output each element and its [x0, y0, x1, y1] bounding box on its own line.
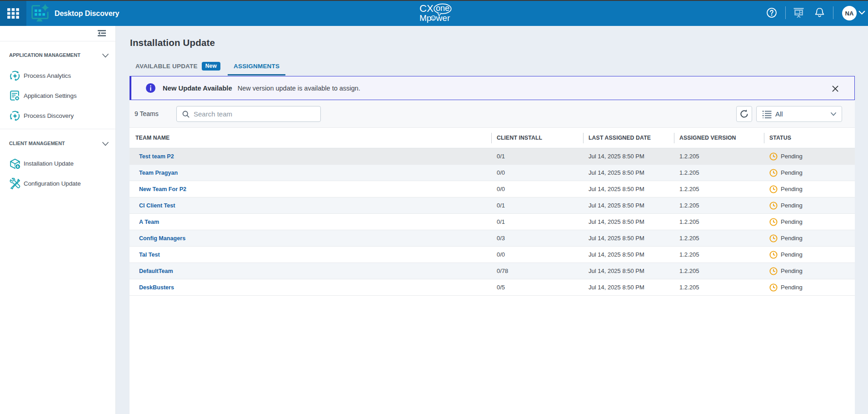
section-chevron-down-icon[interactable]	[101, 51, 110, 60]
tabs: AVAILABLE UPDATE New ASSIGNMENTS	[130, 58, 285, 75]
table-row[interactable]: Test team P2 0/1 Jul 14, 2025 8:50 PM 1.…	[130, 148, 855, 165]
cell-client-install: 0/1	[491, 197, 583, 213]
cell-client-install: 0/1	[491, 214, 583, 230]
cell-status: Pending	[764, 165, 855, 181]
cell-last-assigned-date: Jul 14, 2025 8:50 PM	[583, 197, 674, 213]
section-chevron-down-icon[interactable]	[101, 139, 110, 148]
installation-update-icon	[9, 158, 21, 170]
refresh-button[interactable]	[736, 106, 752, 122]
column-header-client-install[interactable]: CLIENT INSTALL	[491, 128, 583, 148]
cell-assigned-version: 1.2.205	[674, 165, 764, 181]
topbar-divider	[833, 6, 833, 19]
logo-one-text: one	[436, 4, 449, 13]
sidebar-divider	[0, 41, 115, 41]
cell-client-install: 0/1	[491, 148, 583, 164]
status-label: Pending	[781, 186, 803, 192]
search-input[interactable]	[194, 107, 316, 121]
pending-clock-icon	[769, 234, 778, 242]
process-analytics-icon	[9, 70, 21, 82]
presentation-icon	[793, 8, 804, 18]
sidebar-item-label: Application Settings	[24, 86, 77, 106]
cell-assigned-version: 1.2.205	[674, 148, 764, 164]
cell-team-name[interactable]: Test team P2	[130, 148, 491, 164]
cell-team-name[interactable]: CI Client Test	[130, 197, 491, 213]
cell-team-name[interactable]: Config Managers	[130, 230, 491, 246]
desktop-discovery-app-icon	[31, 3, 49, 22]
cell-team-name[interactable]: Team Pragyan	[130, 165, 491, 181]
cell-last-assigned-date: Jul 14, 2025 8:50 PM	[583, 181, 674, 197]
table-body: Test team P2 0/1 Jul 14, 2025 8:50 PM 1.…	[130, 148, 855, 296]
column-header-team-name[interactable]: TEAM NAME	[130, 128, 491, 148]
sidebar-collapse-icon[interactable]	[97, 30, 106, 37]
cell-status: Pending	[764, 279, 855, 295]
pending-clock-icon	[769, 218, 778, 226]
cxone-mpower-logo: CX one Mp wer	[418, 3, 454, 24]
cell-team-name[interactable]: DeskBusters	[130, 279, 491, 295]
pending-clock-icon	[769, 185, 778, 193]
cell-last-assigned-date: Jul 14, 2025 8:50 PM	[583, 263, 674, 279]
page-title: Installation Update	[130, 38, 215, 47]
search-box	[176, 106, 321, 122]
filter-dropdown[interactable]: All	[756, 106, 842, 122]
cell-assigned-version: 1.2.205	[674, 230, 764, 246]
sidebar-divider	[0, 129, 115, 129]
table-row[interactable]: CI Client Test 0/1 Jul 14, 2025 8:50 PM …	[130, 197, 855, 214]
topbar-divider	[785, 6, 786, 19]
cell-team-name[interactable]: DefaultTeam	[130, 263, 491, 279]
table-row[interactable]: DefaultTeam 0/78 Jul 14, 2025 8:50 PM 1.…	[130, 263, 855, 279]
column-header-assigned-version[interactable]: ASSIGNED VERSION	[674, 128, 764, 148]
table-row[interactable]: DeskBusters 0/5 Jul 14, 2025 8:50 PM 1.2…	[130, 279, 855, 296]
banner-title: New Update Available	[163, 85, 232, 92]
update-banner: New Update Available New version update …	[130, 76, 855, 100]
sidebar-item-label: Installation Update	[24, 154, 74, 174]
tab-available-update[interactable]: AVAILABLE UPDATE New	[130, 58, 226, 75]
presentation-button[interactable]	[793, 0, 804, 25]
cell-status: Pending	[764, 230, 855, 246]
cell-team-name[interactable]: A Team	[130, 214, 491, 230]
avatar-chevron-down-icon[interactable]	[858, 10, 865, 15]
table-row[interactable]: Tal Test 0/0 Jul 14, 2025 8:50 PM 1.2.20…	[130, 247, 855, 263]
cell-last-assigned-date: Jul 14, 2025 8:50 PM	[583, 214, 674, 230]
logo-wer-text: wer	[436, 13, 450, 23]
cell-team-name[interactable]: Tal Test	[130, 247, 491, 263]
sidebar-item-application-settings[interactable]: Application Settings	[0, 86, 115, 106]
column-header-status[interactable]: STATUS	[764, 128, 855, 148]
application-settings-icon	[9, 90, 21, 102]
cell-assigned-version: 1.2.205	[674, 197, 764, 213]
process-discovery-icon	[9, 110, 21, 122]
sidebar-item-installation-update[interactable]: Installation Update	[0, 154, 115, 174]
pending-clock-icon	[769, 202, 778, 210]
status-label: Pending	[781, 153, 803, 160]
banner-message: New version update is available to assig…	[238, 85, 360, 92]
notifications-button[interactable]	[815, 0, 824, 25]
sidebar-item-configuration-update[interactable]: Configuration Update	[0, 174, 115, 194]
filter-value: All	[775, 106, 783, 121]
pending-clock-icon	[769, 283, 778, 292]
table-row[interactable]: New Team For P2 0/0 Jul 14, 2025 8:50 PM…	[130, 181, 855, 197]
table-row[interactable]: Config Managers 0/3 Jul 14, 2025 8:50 PM…	[130, 230, 855, 247]
window-top-strip	[0, 0, 868, 1]
cell-client-install: 0/3	[491, 230, 583, 246]
cell-client-install: 0/78	[491, 263, 583, 279]
cell-assigned-version: 1.2.205	[674, 247, 764, 263]
table-row[interactable]: Team Pragyan 0/0 Jul 14, 2025 8:50 PM 1.…	[130, 165, 855, 181]
tab-assignments[interactable]: ASSIGNMENTS	[228, 58, 285, 75]
app-launcher-button[interactable]	[0, 1, 26, 26]
avatar[interactable]: NA	[842, 6, 857, 20]
status-label: Pending	[781, 169, 803, 176]
cell-team-name[interactable]: New Team For P2	[130, 181, 491, 197]
status-label: Pending	[781, 218, 803, 225]
cell-client-install: 0/0	[491, 165, 583, 181]
banner-close-icon[interactable]	[832, 86, 838, 92]
table-row[interactable]: A Team 0/1 Jul 14, 2025 8:50 PM 1.2.205 …	[130, 214, 855, 230]
filter-list-icon	[762, 110, 772, 119]
sidebar-item-process-discovery[interactable]: Process Discovery	[0, 106, 115, 126]
pending-clock-icon	[769, 152, 778, 161]
sidebar-item-process-analytics[interactable]: Process Analytics	[0, 66, 115, 86]
status-label: Pending	[781, 235, 803, 242]
main-content: Installation Update AVAILABLE UPDATE New…	[116, 26, 868, 414]
help-button[interactable]	[767, 0, 777, 25]
column-header-last-assigned-date[interactable]: LAST ASSIGNED DATE	[583, 128, 674, 148]
filter-chevron-down-icon	[830, 111, 837, 118]
cell-status: Pending	[764, 247, 855, 263]
